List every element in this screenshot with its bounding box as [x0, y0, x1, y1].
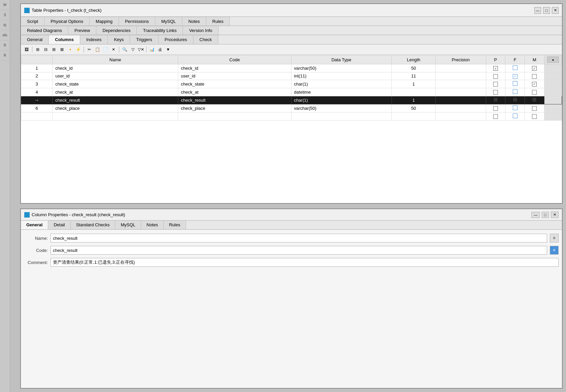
- toolbar-btn-table2[interactable]: ⊟: [42, 46, 50, 53]
- columns-table: Name Code Data Type Length Precision P F…: [21, 55, 562, 121]
- sidebar-item-6[interactable]: R: [0, 51, 10, 61]
- th-length: Length: [391, 55, 435, 64]
- tab-dependencies[interactable]: Dependencies: [96, 26, 137, 35]
- row-length: 1: [391, 80, 435, 88]
- toolbar-btn-filter1[interactable]: ▽: [129, 46, 136, 53]
- row-f-checkbox[interactable]: [505, 112, 525, 120]
- tab-mapping[interactable]: Mapping: [90, 17, 119, 26]
- tab-rules[interactable]: Rules: [206, 17, 230, 26]
- row-m-checkbox[interactable]: [525, 80, 544, 88]
- tab-script[interactable]: Script: [21, 17, 44, 26]
- row-datatype: varchar(50): [291, 64, 391, 72]
- row-p-checkbox[interactable]: [486, 80, 505, 88]
- col-props-close[interactable]: ✕: [551, 211, 559, 218]
- row-p-checkbox[interactable]: [486, 104, 505, 112]
- code-input[interactable]: [51, 246, 547, 255]
- toolbar: 🖼 ⊞ ⊟ ⊞ ⊠ 🔸 ⚡ ✂ 📋 📄 ✕ 🔍 ▽ ▽✕ 📊 🖨 ▼: [21, 44, 562, 55]
- row-p-checkbox[interactable]: [486, 88, 505, 96]
- toolbar-btn-table5[interactable]: 🔸: [66, 46, 74, 53]
- tab-physical-options[interactable]: Physical Options: [44, 17, 90, 26]
- row-f-checkbox[interactable]: [505, 96, 525, 104]
- sidebar-item-1[interactable]: W: [0, 0, 10, 10]
- tab-triggers[interactable]: Triggers: [130, 35, 158, 44]
- code-equals-button[interactable]: =: [550, 246, 559, 255]
- row-length: 50: [391, 104, 435, 112]
- toolbar-btn-print[interactable]: 🖨: [156, 46, 164, 53]
- row-p-checkbox[interactable]: [486, 64, 505, 72]
- row-f-checkbox[interactable]: [505, 64, 525, 72]
- table-row[interactable]: 1check_idcheck_idvarchar(50)50: [21, 64, 562, 72]
- col-props-tab-detail[interactable]: Detail: [48, 221, 70, 229]
- toolbar-btn-1[interactable]: 🖼: [23, 46, 30, 53]
- tab-indexes[interactable]: Indexes: [80, 35, 108, 44]
- row-m-checkbox[interactable]: [525, 104, 544, 112]
- table-row[interactable]: 6check_placecheck_placevarchar(50)50: [21, 104, 562, 112]
- row-m-checkbox[interactable]: [525, 112, 544, 120]
- toolbar-btn-delete[interactable]: ✕: [110, 46, 117, 53]
- toolbar-btn-arrow[interactable]: ⚡: [74, 46, 82, 53]
- sidebar-item-4[interactable]: efe: [0, 30, 10, 40]
- col-props-tab-standard-checks[interactable]: Standard Checks: [71, 221, 116, 229]
- th-num: [21, 55, 53, 64]
- table-row[interactable]: 3check_statecheck_statechar(1)1: [21, 80, 562, 88]
- sidebar-item-2[interactable]: S: [0, 10, 10, 20]
- table-row[interactable]: 4check_atcheck_atdatetime: [21, 88, 562, 96]
- toolbar-btn-table1[interactable]: ⊞: [34, 46, 41, 53]
- table-row[interactable]: →check_resultcheck_resultchar(1)1: [21, 96, 562, 104]
- row-p-checkbox[interactable]: [486, 112, 505, 120]
- name-input[interactable]: [51, 234, 547, 242]
- tab-mysql[interactable]: MySQL: [155, 17, 182, 26]
- row-p-checkbox[interactable]: [486, 72, 505, 80]
- toolbar-btn-filter2[interactable]: ▽✕: [137, 46, 145, 53]
- col-props-tab-rules[interactable]: Rules: [164, 221, 186, 229]
- table-row[interactable]: [21, 112, 562, 120]
- name-equals-button[interactable]: =: [550, 234, 559, 242]
- tab-notes[interactable]: Notes: [182, 17, 206, 26]
- row-m-checkbox[interactable]: [525, 88, 544, 96]
- row-f-checkbox[interactable]: [505, 72, 525, 80]
- comment-field-row: Comment:: [24, 258, 559, 267]
- tab-permissions[interactable]: Permissions: [119, 17, 155, 26]
- comment-input[interactable]: [51, 258, 559, 267]
- tab-related-diagrams[interactable]: Related Diagrams: [21, 26, 68, 35]
- row-name: check_state: [53, 80, 178, 88]
- sidebar-item-3[interactable]: b|: [0, 20, 10, 30]
- tab-procedures[interactable]: Procedures: [159, 35, 193, 44]
- toolbar-btn-copy[interactable]: 📋: [94, 46, 101, 53]
- toolbar-btn-cut[interactable]: ✂: [86, 46, 93, 53]
- scroll-up[interactable]: ▲: [547, 57, 559, 63]
- close-button[interactable]: ✕: [552, 7, 559, 14]
- sidebar-item-5[interactable]: R: [0, 40, 10, 51]
- tab-preview[interactable]: Preview: [68, 26, 96, 35]
- toolbar-btn-table3[interactable]: ⊞: [50, 46, 58, 53]
- minimize-button[interactable]: —: [534, 7, 541, 14]
- row-code: check_result: [178, 96, 291, 104]
- tab-version-info[interactable]: Version Info: [183, 26, 219, 35]
- row-m-checkbox[interactable]: [525, 64, 544, 72]
- col-props-tab-notes[interactable]: Notes: [141, 221, 164, 229]
- tab-keys[interactable]: Keys: [108, 35, 130, 44]
- toolbar-btn-paste[interactable]: 📄: [102, 46, 109, 53]
- row-p-checkbox[interactable]: [486, 96, 505, 104]
- maximize-button[interactable]: □: [543, 7, 550, 14]
- col-props-tab-mysql[interactable]: MySQL: [115, 221, 141, 229]
- row-f-checkbox[interactable]: [505, 104, 525, 112]
- row-scroll-col: [544, 96, 562, 104]
- tab-check[interactable]: Check: [193, 35, 218, 44]
- tab-traceability-links[interactable]: Traceability Links: [137, 26, 183, 35]
- col-props-tab-general[interactable]: General: [21, 221, 48, 229]
- row-f-checkbox[interactable]: [505, 80, 525, 88]
- toolbar-btn-find[interactable]: 🔍: [121, 46, 128, 53]
- row-m-checkbox[interactable]: [525, 72, 544, 80]
- toolbar-dropdown[interactable]: ▼: [164, 46, 172, 53]
- toolbar-btn-excel[interactable]: 📊: [148, 46, 156, 53]
- table-row[interactable]: 2user_iduser_idint(11)11: [21, 72, 562, 80]
- col-props-maximize[interactable]: □: [542, 212, 549, 218]
- tab-general[interactable]: General: [21, 35, 49, 44]
- tab-columns[interactable]: Columns: [49, 35, 80, 44]
- row-m-checkbox[interactable]: [525, 96, 544, 104]
- col-props-minimize[interactable]: —: [531, 212, 540, 218]
- row-f-checkbox[interactable]: [505, 88, 525, 96]
- toolbar-btn-table4[interactable]: ⊠: [58, 46, 66, 53]
- th-p: P: [486, 55, 505, 64]
